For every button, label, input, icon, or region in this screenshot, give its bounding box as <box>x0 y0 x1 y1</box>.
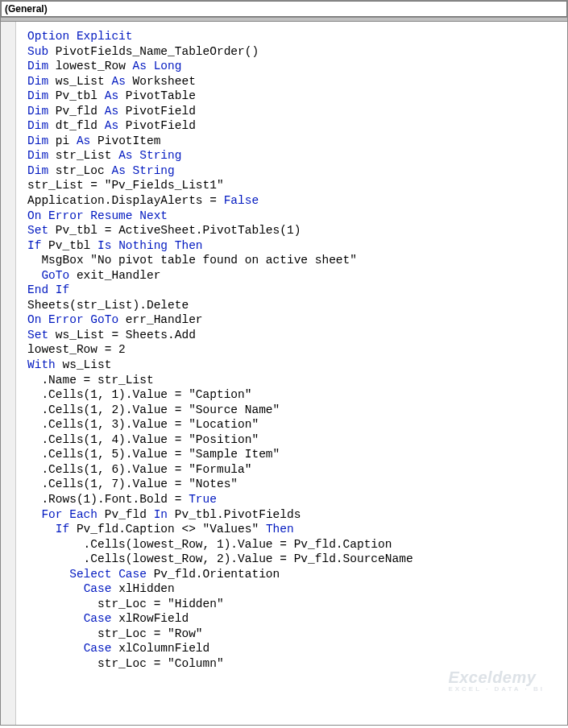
code-window-header: (General) <box>0 0 568 17</box>
dropdown-label: (General) <box>5 3 48 14</box>
object-dropdown[interactable]: (General) <box>1 1 567 17</box>
code-editor: Option Explicit Sub PivotFields_Name_Tab… <box>0 17 568 726</box>
code-pane[interactable]: Option Explicit Sub PivotFields_Name_Tab… <box>16 18 567 725</box>
margin-indicator-bar <box>1 18 16 725</box>
